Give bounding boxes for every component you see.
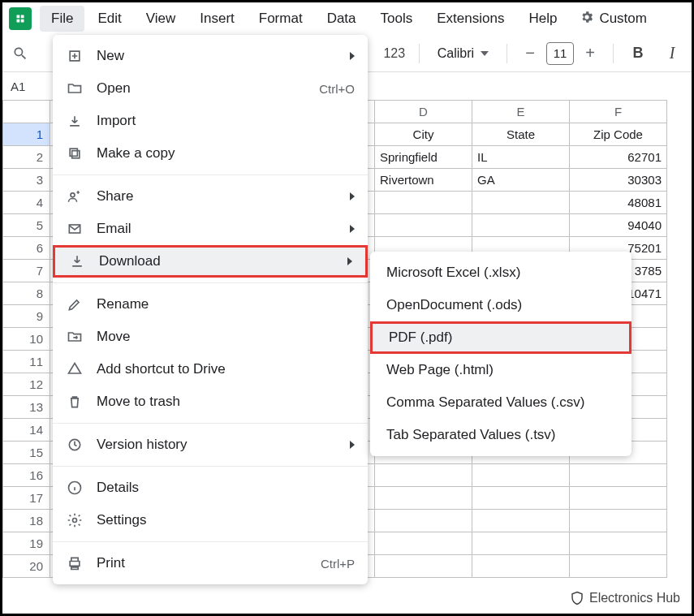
font-family-select[interactable]: Calibri	[431, 46, 495, 61]
label: Rename	[97, 296, 355, 312]
menu-file[interactable]: File	[40, 6, 84, 32]
row-header[interactable]: 5	[3, 214, 50, 237]
search-button[interactable]	[9, 41, 32, 66]
col-header[interactable]: E	[472, 101, 570, 123]
file-move[interactable]: Move	[53, 321, 368, 353]
number-format-button[interactable]: 123	[381, 41, 407, 67]
row-header[interactable]: 18	[3, 510, 50, 532]
menu-format[interactable]: Format	[248, 6, 314, 32]
row-header[interactable]: 6	[3, 237, 50, 260]
row-header[interactable]: 16	[3, 464, 50, 487]
menu-help[interactable]: Help	[517, 6, 568, 32]
select-all-corner[interactable]	[3, 101, 50, 123]
label: Move	[97, 329, 355, 345]
cell[interactable]: Springfield	[375, 146, 472, 169]
row-header[interactable]: 2	[3, 146, 50, 169]
row-header[interactable]: 20	[3, 555, 50, 578]
cell[interactable]	[375, 487, 472, 510]
row-header[interactable]: 13	[3, 396, 50, 419]
file-new[interactable]: New	[53, 40, 368, 72]
file-rename[interactable]: Rename	[53, 288, 368, 321]
cell[interactable]	[570, 464, 667, 487]
menu-edit[interactable]: Edit	[86, 6, 132, 32]
row-header[interactable]: 15	[3, 442, 50, 464]
cell[interactable]: Zip Code	[570, 123, 667, 146]
row-header[interactable]: 1	[3, 123, 50, 146]
watermark: Electronics Hub	[570, 591, 680, 605]
cell[interactable]: State	[472, 123, 570, 146]
file-download[interactable]: Download	[53, 245, 368, 278]
file-details[interactable]: Details	[53, 472, 368, 504]
col-header[interactable]: F	[570, 101, 667, 123]
download-csv[interactable]: Comma Separated Values (.csv)	[370, 386, 631, 419]
font-size-increase-button[interactable]: +	[579, 42, 601, 65]
row-header[interactable]: 17	[3, 487, 50, 510]
cell[interactable]	[375, 555, 472, 578]
cell[interactable]: IL	[472, 146, 570, 169]
row-header[interactable]: 19	[3, 532, 50, 555]
cell[interactable]: City	[375, 123, 472, 146]
download-xlsx[interactable]: Microsoft Excel (.xlsx)	[370, 256, 631, 289]
menu-tools[interactable]: Tools	[369, 6, 425, 32]
download-tsv[interactable]: Tab Separated Values (.tsv)	[370, 419, 631, 451]
file-print[interactable]: Print Ctrl+P	[53, 547, 368, 579]
cell[interactable]: 62701	[570, 146, 667, 169]
menu-insert[interactable]: Insert	[188, 6, 246, 32]
cell[interactable]	[472, 464, 570, 487]
download-pdf[interactable]: PDF (.pdf)	[370, 321, 631, 354]
cell[interactable]: 30303	[570, 169, 667, 192]
cell[interactable]	[472, 192, 570, 214]
cell[interactable]: 48081	[570, 192, 667, 214]
cell[interactable]	[375, 532, 472, 555]
bold-button[interactable]: B	[625, 41, 651, 67]
cell[interactable]	[472, 555, 570, 578]
row-header[interactable]: 10	[3, 328, 50, 351]
cell[interactable]	[472, 487, 570, 510]
file-settings[interactable]: Settings	[53, 504, 368, 536]
download-icon	[68, 253, 86, 269]
cell[interactable]: Rivertown	[375, 169, 472, 192]
row-header[interactable]: 3	[3, 169, 50, 192]
label: Details	[97, 480, 355, 496]
cell[interactable]	[375, 510, 472, 532]
italic-button[interactable]: I	[659, 41, 685, 67]
row-header[interactable]: 12	[3, 373, 50, 396]
cell[interactable]	[472, 510, 570, 532]
cell[interactable]: 94040	[570, 214, 667, 237]
file-email[interactable]: Email	[53, 213, 368, 245]
col-header[interactable]: D	[375, 101, 472, 123]
cell[interactable]	[570, 510, 667, 532]
row-header[interactable]: 4	[3, 192, 50, 214]
row-header[interactable]: 7	[3, 260, 50, 282]
cell[interactable]	[570, 487, 667, 510]
download-html[interactable]: Web Page (.html)	[370, 354, 631, 386]
file-import[interactable]: Import	[53, 105, 368, 137]
file-open[interactable]: Open Ctrl+O	[53, 72, 368, 105]
app-frame: File Edit View Insert Format Data Tools …	[0, 0, 694, 616]
file-make-copy[interactable]: Make a copy	[53, 137, 368, 170]
file-share[interactable]: Share	[53, 180, 368, 213]
cell[interactable]: GA	[472, 169, 570, 192]
cell[interactable]	[472, 532, 570, 555]
file-add-shortcut[interactable]: Add shortcut to Drive	[53, 353, 368, 386]
cell[interactable]	[375, 214, 472, 237]
menu-extensions[interactable]: Extensions	[425, 6, 515, 32]
download-ods[interactable]: OpenDocument (.ods)	[370, 289, 631, 321]
cell[interactable]	[472, 214, 570, 237]
menu-view[interactable]: View	[135, 6, 188, 32]
row-header[interactable]: 14	[3, 419, 50, 442]
row-header[interactable]: 9	[3, 305, 50, 328]
menu-custom[interactable]: Custom	[570, 5, 657, 33]
cell[interactable]	[375, 192, 472, 214]
cell[interactable]	[570, 555, 667, 578]
file-move-to-trash[interactable]: Move to trash	[53, 386, 368, 418]
row-header[interactable]: 11	[3, 351, 50, 373]
row-header[interactable]: 8	[3, 282, 50, 305]
cell[interactable]	[570, 532, 667, 555]
font-size-input[interactable]: 11	[546, 42, 574, 65]
font-size-decrease-button[interactable]: −	[519, 42, 541, 65]
cell[interactable]	[375, 464, 472, 487]
menu-data[interactable]: Data	[316, 6, 368, 32]
label: Print	[97, 555, 308, 571]
file-version-history[interactable]: Version history	[53, 429, 368, 461]
